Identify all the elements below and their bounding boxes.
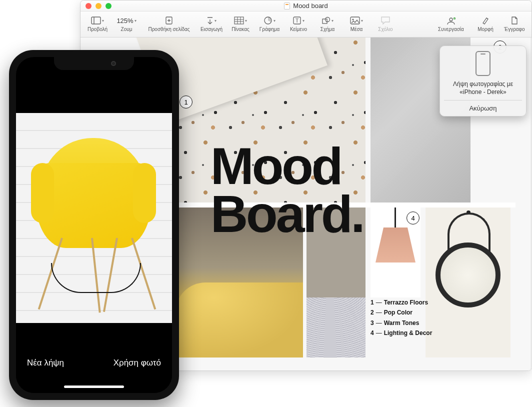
format-icon <box>481 14 490 26</box>
toolbar-format-label: Μορφή <box>478 26 494 32</box>
toolbar-text-label: Κείμενο <box>290 26 307 32</box>
document-icon <box>284 2 290 10</box>
toolbar-media[interactable]: Μέσα <box>342 14 370 33</box>
toolbar: Προβολή 125% Ζουμ Προσθήκη σελίδας Εισαγ… <box>80 12 532 38</box>
svg-point-14 <box>326 18 330 22</box>
toolbar-chart-label: Γράφημα <box>260 26 280 32</box>
continuity-camera-popover: Λήψη φωτογραφίας με «iPhone - Derek» Ακύ… <box>440 46 526 116</box>
toolbar-document[interactable]: Έγγραφο <box>500 14 528 33</box>
document-title-line2: Board. <box>210 190 363 238</box>
toolbar-insert-label: Εισαγωγή <box>200 26 222 32</box>
toolbar-collaborate[interactable]: + Συνεργασία <box>432 14 470 33</box>
toolbar-shape-label: Σχήμα <box>320 26 335 32</box>
camera-preview <box>16 113 172 323</box>
window-title-text: Mood board <box>293 2 328 10</box>
toolbar-format[interactable]: Μορφή <box>472 14 500 33</box>
popover-text: Λήψη φωτογραφίας με «iPhone - Derek» <box>444 80 522 96</box>
svg-text:+: + <box>454 17 456 20</box>
legend-row: 1—Terrazzo Floors <box>370 298 432 308</box>
home-indicator[interactable] <box>64 386 124 388</box>
toolbar-add-page[interactable]: Προσθήκη σελίδας <box>142 14 196 33</box>
phone-outline-icon <box>476 51 490 76</box>
callout-4[interactable]: 4 <box>406 212 420 224</box>
document-panel-icon <box>510 14 518 26</box>
iphone-notch <box>54 57 134 70</box>
view-icon <box>91 14 104 26</box>
document-title-line1: Mood <box>210 142 363 190</box>
media-icon <box>350 14 363 26</box>
toolbar-media-label: Μέσα <box>350 26 363 32</box>
toolbar-comment-label: Σχόλιο <box>378 26 392 32</box>
document-title[interactable]: Mood Board. <box>210 142 363 238</box>
window-titlebar: Mood board <box>80 0 532 12</box>
window-title: Mood board <box>80 2 532 10</box>
toolbar-add-page-label: Προσθήκη σελίδας <box>148 26 190 32</box>
callout-1[interactable]: 1 <box>180 96 192 108</box>
yellow-chair-photo <box>31 133 156 313</box>
popover-cancel-button[interactable]: Ακύρωση <box>444 100 522 116</box>
svg-point-16 <box>352 18 354 20</box>
legend: 1—Terrazzo Floors 2—Pop Color 3—Warm Ton… <box>370 298 432 338</box>
chart-icon <box>264 14 276 26</box>
svg-rect-5 <box>234 17 244 24</box>
use-photo-button[interactable]: Χρήση φωτό <box>114 358 161 368</box>
toolbar-document-label: Έγγραφο <box>504 26 524 32</box>
zoom-value: 125% <box>116 14 136 26</box>
toolbar-table-label: Πίνακας <box>232 26 250 32</box>
legend-row: 2—Pop Color <box>370 308 432 318</box>
toolbar-zoom[interactable]: 125% Ζουμ <box>112 14 140 33</box>
shape-icon <box>322 14 334 26</box>
toolbar-comment[interactable]: Σχόλιο <box>372 14 400 33</box>
toolbar-zoom-label: Ζουμ <box>121 26 132 32</box>
toolbar-shape[interactable]: Σχήμα <box>314 14 342 33</box>
retake-button[interactable]: Νέα λήψη <box>27 358 64 368</box>
iphone-screen: Νέα λήψη Χρήση φωτό <box>16 57 172 393</box>
toolbar-chart[interactable]: Γράφημα <box>256 14 284 33</box>
svg-rect-0 <box>92 17 100 24</box>
add-page-icon <box>164 14 174 26</box>
toolbar-view[interactable]: Προβολή <box>84 14 112 33</box>
collaborate-icon: + <box>446 14 456 26</box>
text-icon: T <box>292 14 304 26</box>
legend-row: 3—Warm Tones <box>370 318 432 328</box>
iphone-device: Νέα λήψη Χρήση φωτό <box>9 50 179 400</box>
svg-text:T: T <box>296 18 299 24</box>
toolbar-table[interactable]: Πίνακας <box>226 14 254 33</box>
toolbar-collaborate-label: Συνεργασία <box>438 26 464 32</box>
legend-row: 4—Lighting & Decor <box>370 328 432 338</box>
toolbar-insert[interactable]: Εισαγωγή <box>198 14 226 33</box>
table-icon <box>234 14 247 26</box>
toolbar-text[interactable]: T Κείμενο <box>284 14 312 33</box>
comment-icon <box>380 14 390 26</box>
image-mirror[interactable] <box>426 208 510 358</box>
toolbar-view-label: Προβολή <box>88 26 108 32</box>
insert-icon <box>206 14 216 26</box>
svg-point-17 <box>450 18 452 21</box>
